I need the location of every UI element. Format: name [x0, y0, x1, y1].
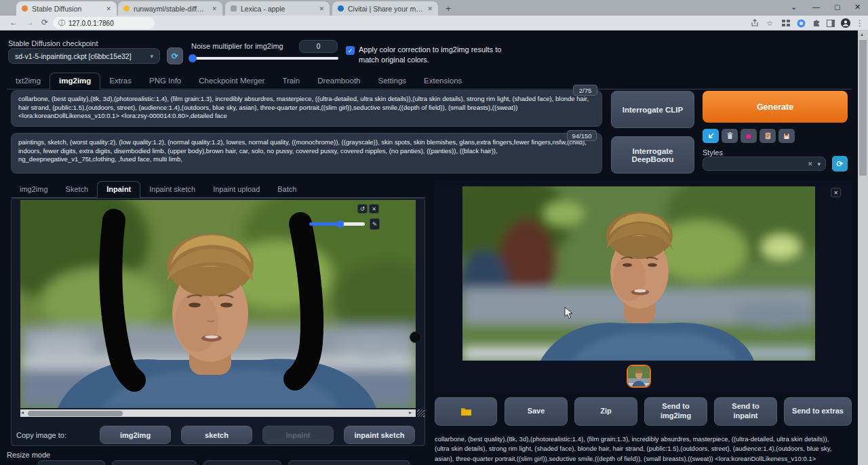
site-info-icon[interactable]: ⓘ — [58, 18, 65, 28]
close-icon: ✕ — [833, 190, 838, 196]
resize-mode-option[interactable] — [37, 460, 105, 465]
menu-dots-icon[interactable]: ⋮ — [855, 18, 865, 28]
resize-mode-option[interactable] — [288, 460, 410, 465]
tab-close-icon[interactable]: ✕ — [427, 5, 433, 12]
tab-extras[interactable]: Extras — [100, 73, 140, 89]
browser-tab-lexica[interactable]: Lexica - apple ✕ — [225, 1, 330, 16]
scroll-left-icon: ◂ — [21, 409, 24, 416]
new-tab-button[interactable]: + — [442, 2, 454, 14]
sync-circle-icon[interactable] — [796, 18, 806, 28]
save-style-button[interactable] — [778, 129, 795, 143]
brush-slider-thumb[interactable] — [336, 220, 344, 228]
inpaint-canvas[interactable] — [20, 200, 416, 408]
back-icon[interactable]: ← — [9, 18, 18, 27]
checkpoint-refresh-button[interactable]: ⟳ — [167, 47, 183, 64]
window-minimize-button[interactable]: — — [812, 3, 820, 11]
tab-settings[interactable]: Settings — [370, 73, 416, 89]
tab-mode-img2img[interactable]: img2img — [11, 182, 57, 197]
browser-tab-stable-diffusion[interactable]: Stable Diffusion ✕ — [16, 1, 117, 16]
tab-close-icon[interactable]: ✕ — [106, 5, 111, 12]
window-maximize-button[interactable]: ▢ — [834, 3, 840, 11]
copy-to-sketch-button[interactable]: sketch — [181, 426, 252, 444]
address-bar[interactable]: ⓘ 127.0.0.1:7860 — [53, 17, 155, 29]
reload-icon[interactable]: ⟳ — [41, 18, 48, 27]
checkpoint-value: sd-v1-5-inpainting.ckpt [c6bbc15e32] — [15, 52, 150, 60]
interrogate-clip-button[interactable]: Interrogate CLIP — [611, 91, 694, 128]
tab-grid-icon[interactable] — [781, 18, 791, 28]
tab-mode-inpaint[interactable]: Inpaint — [97, 181, 140, 198]
brush-color-button[interactable]: ✎ — [370, 218, 380, 230]
forward-icon[interactable]: → — [26, 18, 34, 27]
resize-mode-label: Resize mode — [7, 451, 50, 459]
paste-params-button[interactable] — [703, 129, 719, 143]
tab-train[interactable]: Train — [273, 73, 309, 89]
extensions-puzzle-icon[interactable] — [812, 18, 821, 28]
canvas-h-scrollbar[interactable]: ◂ ▸ — [20, 409, 416, 417]
apply-style-button[interactable] — [760, 129, 776, 143]
gallery-close-button[interactable]: ✕ — [831, 188, 841, 197]
noise-multiplier-input[interactable]: 0 — [299, 40, 338, 53]
tab-dreambooth[interactable]: Dreambooth — [309, 73, 369, 89]
send-to-extras-button[interactable]: Send to extras — [784, 397, 852, 426]
prompt-textarea[interactable]: collarbone, (best quality),(8k, 3d),(pho… — [11, 90, 602, 127]
copy-to-inpaint-sketch-button[interactable]: inpaint sketch — [344, 426, 415, 444]
clear-icon[interactable]: ✕ — [808, 161, 813, 167]
styles-refresh-button[interactable]: ⟳ — [832, 156, 848, 171]
open-folder-button[interactable] — [435, 397, 497, 426]
undo-icon: ↺ — [360, 205, 366, 212]
canvas-clear-button[interactable]: ✕ — [369, 204, 379, 214]
h-scrollbar-thumb[interactable] — [28, 411, 123, 416]
clear-prompt-button[interactable] — [722, 129, 738, 143]
send-to-inpaint-button[interactable]: Send to inpaint — [714, 397, 777, 426]
tab-img2img[interactable]: img2img — [50, 73, 100, 89]
tab-png-info[interactable]: PNG Info — [140, 73, 190, 89]
tab-checkpoint-merger[interactable]: Checkpoint Merger — [190, 73, 273, 89]
styles-dropdown[interactable]: ✕ ▾ — [703, 157, 826, 171]
send-to-img2img-button[interactable]: Send to img2img — [644, 397, 707, 426]
browser-tabstrip: Stable Diffusion ✕ runwayml/stable-diffu… — [0, 0, 868, 16]
generate-button[interactable]: Generate — [703, 91, 848, 123]
civitai-favicon — [338, 5, 344, 12]
inpaint-source-image — [20, 200, 416, 408]
noise-multiplier-slider[interactable] — [191, 57, 338, 60]
profile-avatar[interactable] — [841, 18, 850, 28]
extra-networks-button[interactable] — [741, 129, 757, 143]
canvas-resize-grip[interactable] — [417, 409, 425, 417]
zip-button[interactable]: Zip — [574, 397, 637, 426]
tab-extensions[interactable]: Extensions — [415, 73, 471, 89]
img2img-mode-tab-bar: img2img Sketch Inpaint Inpaint sketch In… — [11, 182, 426, 198]
tab-close-icon[interactable]: ✕ — [319, 5, 324, 12]
tab-mode-sketch[interactable]: Sketch — [57, 182, 98, 197]
resize-mode-option[interactable] — [112, 460, 197, 465]
share-icon[interactable] — [750, 18, 760, 28]
tab-mode-inpaint-sketch[interactable]: Inpaint sketch — [140, 182, 204, 197]
gallery-thumbnail-selected[interactable] — [627, 365, 651, 388]
bookmark-star-icon[interactable]: ☆ — [765, 18, 774, 28]
page-scrollbar[interactable]: ▴ — [858, 31, 868, 465]
window-close-button[interactable]: ✕ — [854, 3, 861, 12]
browser-tab-civitai[interactable]: Civitai | Share your models ✕ — [332, 1, 438, 16]
v-scrollbar-thumb[interactable] — [859, 40, 867, 176]
side-panel-icon[interactable] — [826, 18, 835, 28]
resize-mode-option[interactable] — [203, 460, 281, 465]
interrogate-deepbooru-button[interactable]: Interrogate DeepBooru — [611, 136, 694, 174]
tab-close-icon[interactable]: ✕ — [212, 5, 217, 12]
tab-txt2img[interactable]: txt2img — [7, 73, 50, 89]
copy-to-inpaint-button[interactable]: inpaint — [262, 426, 334, 444]
browser-tab-runwayml[interactable]: runwayml/stable-diffusion-inpai ✕ — [118, 1, 222, 16]
canvas-resize-handle[interactable] — [410, 331, 421, 343]
color-correction-checkbox[interactable]: ✓ — [346, 46, 355, 55]
copy-to-img2img-button[interactable]: img2img — [100, 426, 171, 444]
tab-mode-batch[interactable]: Batch — [269, 182, 305, 197]
tab-mode-inpaint-upload[interactable]: Inpaint upload — [204, 182, 269, 197]
trash-icon — [727, 132, 733, 140]
negative-prompt-textarea[interactable]: paintings, sketch, (worst quality:2), (l… — [11, 133, 602, 174]
output-image[interactable] — [462, 186, 815, 361]
lexica-favicon — [231, 5, 237, 12]
chrome-chevron-icon[interactable]: ⌄ — [791, 3, 797, 12]
noise-slider-thumb[interactable] — [189, 54, 197, 62]
checkpoint-dropdown[interactable]: sd-v1-5-inpainting.ckpt [c6bbc15e32] ▾ — [8, 48, 160, 64]
save-button[interactable]: Save — [505, 397, 568, 426]
canvas-undo-button[interactable]: ↺ — [357, 204, 368, 214]
chevron-down-icon: ▾ — [150, 53, 153, 60]
